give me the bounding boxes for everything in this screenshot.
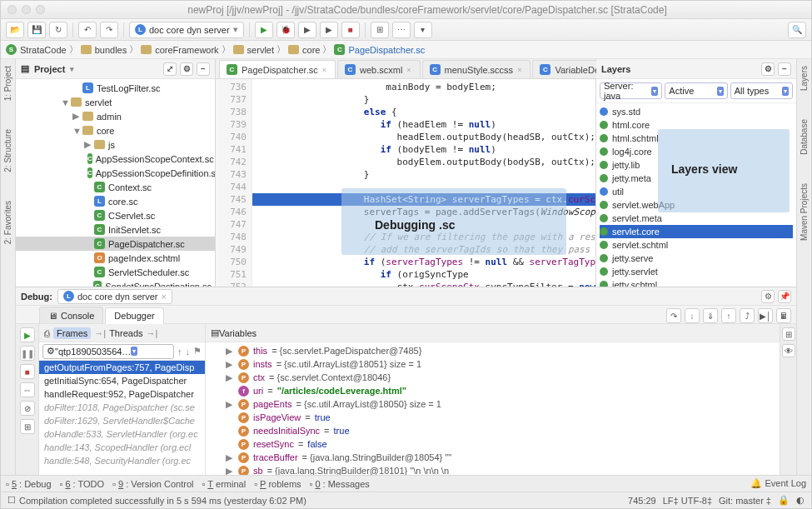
tool-window-button[interactable]: ▫ 0: Messages bbox=[310, 479, 370, 489]
pause-icon[interactable]: ❚❚ bbox=[20, 346, 35, 361]
close-icon[interactable] bbox=[7, 5, 17, 14]
attach-icon[interactable]: ▶ bbox=[320, 22, 338, 38]
variable-row[interactable]: ▶P this = {sc.servlet.PageDispatcher@748… bbox=[206, 344, 780, 357]
variable-row[interactable]: P isPageView = true bbox=[206, 411, 780, 424]
breadcrumb-item[interactable]: S StrataCode bbox=[6, 44, 67, 55]
prev-frame-icon[interactable]: ↑ bbox=[177, 347, 182, 357]
minimize-icon[interactable] bbox=[22, 5, 31, 14]
view-breakpoints-icon[interactable]: ◦◦ bbox=[20, 382, 35, 397]
layer-item[interactable]: jetty.schtml bbox=[600, 278, 793, 287]
run-to-cursor-icon[interactable]: ▶│ bbox=[758, 308, 773, 323]
code-line[interactable]: ctx.curScopeCtx.syncTypeFilter = new Has… bbox=[252, 281, 595, 287]
open-icon[interactable]: 📂 bbox=[6, 22, 24, 38]
tree-node[interactable]: LTestLogFilter.sc bbox=[16, 81, 215, 95]
gear-icon[interactable]: ⚙ bbox=[761, 290, 775, 303]
frame-row[interactable]: doFilter:1629, ServletHandler$Cache bbox=[39, 414, 205, 427]
breadcrumb-item[interactable]: bundles bbox=[81, 45, 127, 55]
stop-icon[interactable]: ■ bbox=[20, 364, 35, 379]
breadcrumb-item[interactable]: servlet bbox=[233, 45, 274, 55]
editor-code[interactable]: mainBody = bodyElem; } else { if (headEl… bbox=[252, 79, 595, 287]
stripe-button[interactable]: 1: Project bbox=[3, 62, 12, 104]
frame-row[interactable]: getInitialSync:654, PageDispatcher bbox=[39, 374, 205, 387]
gear-icon[interactable]: ⚙ bbox=[761, 62, 775, 76]
tree-node[interactable]: CAppSessionScopeContext.sc bbox=[16, 152, 215, 166]
layer-item[interactable]: jetty.serve bbox=[600, 252, 793, 265]
hide-icon[interactable]: − bbox=[778, 62, 791, 76]
more-icon[interactable]: ▾ bbox=[414, 22, 432, 38]
redo-icon[interactable]: ↷ bbox=[100, 22, 118, 38]
stripe-button[interactable]: Database bbox=[800, 116, 809, 158]
tree-node[interactable]: CServletSyncDestination.sc bbox=[16, 279, 215, 287]
layer-filter[interactable]: Active▾ bbox=[665, 82, 727, 99]
collapse-icon[interactable]: ⤢ bbox=[163, 62, 177, 76]
frame-row[interactable]: handleRequest:952, PageDispatcher bbox=[39, 387, 205, 401]
debugger-tab[interactable]: Debugger bbox=[105, 307, 163, 324]
frames-tab[interactable]: Frames bbox=[53, 327, 91, 339]
code-line[interactable]: if (origSyncType bbox=[252, 268, 595, 281]
run-config-combo[interactable]: L doc core dyn server ▾ bbox=[129, 22, 244, 38]
variable-row[interactable]: ▶P pageEnts = {sc.util.ArrayList@18050} … bbox=[206, 397, 780, 411]
layer-filter[interactable]: Server: java▾ bbox=[600, 82, 662, 99]
console-tab[interactable]: 🖥Console bbox=[39, 307, 103, 323]
code-line[interactable]: if (serverTagTypes != null && serverTagT… bbox=[252, 256, 595, 268]
frames-list[interactable]: getOutputFromPages:757, PageDispgetIniti… bbox=[39, 361, 205, 475]
tree-node[interactable]: CContext.sc bbox=[16, 180, 215, 194]
drop-frame-icon[interactable]: ⤴ bbox=[740, 308, 755, 323]
code-line[interactable]: } bbox=[252, 168, 595, 181]
structure-icon[interactable]: ⊞ bbox=[371, 22, 389, 38]
filter-icon[interactable]: ⚑ bbox=[193, 346, 202, 357]
frame-row[interactable]: handle:548, SecurityHandler (org.ec bbox=[39, 454, 205, 467]
undo-icon[interactable]: ↶ bbox=[78, 22, 97, 38]
tree-node[interactable]: CCServlet.sc bbox=[16, 208, 215, 222]
project-tree[interactable]: LTestLogFilter.sc▼servlet▶admin▼core▶jsC… bbox=[16, 79, 215, 287]
run-icon[interactable]: ▶ bbox=[255, 22, 273, 38]
variable-row[interactable]: ▶P insts = {sc.util.ArrayList@18051} siz… bbox=[206, 357, 780, 371]
stripe-button[interactable]: Maven Projects bbox=[800, 180, 809, 244]
gear-icon[interactable]: ⚙ bbox=[180, 62, 193, 76]
next-frame-icon[interactable]: ↓ bbox=[186, 347, 191, 357]
sync-icon[interactable]: ↻ bbox=[49, 22, 67, 38]
layer-item[interactable]: sys.std bbox=[600, 105, 793, 118]
editor-tab[interactable]: CPageDispatcher.sc× bbox=[219, 60, 336, 78]
breadcrumb-item[interactable]: core bbox=[288, 45, 320, 55]
variables-list[interactable]: ▶P this = {sc.servlet.PageDispatcher@748… bbox=[206, 342, 780, 475]
layer-filter[interactable]: All types▾ bbox=[730, 82, 793, 99]
code-line[interactable]: headElem.outputBody(headSB, outCtx); bbox=[252, 131, 595, 143]
tree-node[interactable]: OpageIndex.schtml bbox=[16, 251, 215, 265]
step-into-icon[interactable]: ↓ bbox=[685, 308, 700, 323]
variable-row[interactable]: ▶P sb = {java.lang.StringBuilder@18101} … bbox=[206, 464, 780, 475]
evaluate-icon[interactable]: 🖩 bbox=[776, 308, 791, 323]
frame-row[interactable]: doHandle:533, ServletHandler (org.ec bbox=[39, 427, 205, 441]
variable-row[interactable]: f uri = "/articles/codeLeverage.html" bbox=[206, 384, 780, 397]
tools-icon[interactable]: ⋯ bbox=[392, 22, 411, 38]
save-icon[interactable]: 💾 bbox=[27, 22, 46, 38]
coverage-icon[interactable]: ▶ bbox=[298, 22, 316, 38]
thread-combo[interactable]: ⚙ "qtp1890503564… ▾ bbox=[42, 344, 174, 359]
zoom-icon[interactable] bbox=[36, 5, 45, 14]
variable-row[interactable]: ▶P ctx = {sc.servlet.Context@18046} bbox=[206, 371, 780, 384]
close-icon[interactable]: × bbox=[517, 66, 521, 74]
layout-icon[interactable]: ⊞ bbox=[20, 419, 35, 434]
code-line[interactable]: else { bbox=[252, 106, 595, 118]
watch-icon[interactable]: 👁 bbox=[782, 344, 795, 357]
tree-node[interactable]: ▼servlet bbox=[16, 95, 215, 109]
tool-window-button[interactable]: ▫ Problems bbox=[254, 479, 301, 489]
tool-window-button[interactable]: ▫ 9: Version Control bbox=[112, 479, 193, 489]
force-step-into-icon[interactable]: ⇓ bbox=[703, 308, 718, 323]
resume-icon[interactable]: ▶ bbox=[20, 327, 35, 342]
tree-node[interactable]: Lcore.sc bbox=[16, 194, 215, 208]
editor-tab[interactable]: CmenuStyle.sccss× bbox=[422, 60, 531, 78]
frame-row[interactable]: doFilter:1018, PageDispatcher (sc.se bbox=[39, 401, 205, 414]
tool-window-button[interactable]: ▫ Terminal bbox=[202, 479, 246, 489]
code-line[interactable]: mainBody = bodyElem; bbox=[252, 81, 595, 93]
mute-breakpoints-icon[interactable]: ⊘ bbox=[20, 401, 35, 416]
tree-node[interactable]: CServletScheduler.sc bbox=[16, 265, 215, 279]
inspector-icon[interactable]: ◐ bbox=[796, 495, 805, 506]
stripe-button[interactable]: Layers bbox=[800, 62, 809, 94]
debug-config[interactable]: L doc core dyn server × bbox=[57, 289, 172, 304]
output-icon[interactable]: ⎙ bbox=[44, 328, 50, 338]
code-line[interactable]: } bbox=[252, 93, 595, 106]
tree-node[interactable]: ▼core bbox=[16, 123, 215, 137]
step-over-icon[interactable]: ↷ bbox=[666, 308, 681, 323]
close-icon[interactable]: × bbox=[406, 66, 411, 74]
